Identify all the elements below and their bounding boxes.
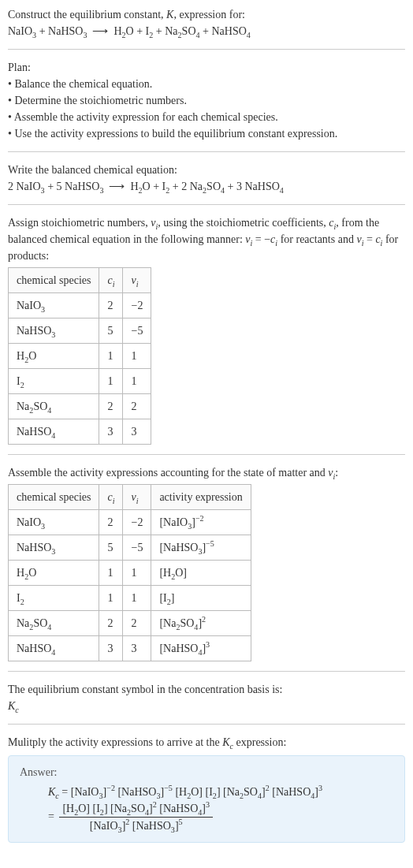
equals-sign: =	[48, 810, 54, 822]
col-ci: ci	[99, 485, 123, 510]
answer-fraction-line: = [H2O] [I2] [Na2SO4]2 [NaHSO4]3 [NaIO3]…	[20, 800, 393, 834]
plan-item: • Determine the stoichiometric numbers.	[8, 92, 405, 109]
symbol-section: The equilibrium constant symbol in the c…	[8, 681, 405, 725]
table-row: NaHSO35−5[NaHSO3]−5	[9, 535, 251, 561]
answer-expression: Kc = [NaIO3]−2 [NaHSO3]−5 [H2O] [I2] [Na…	[20, 784, 393, 800]
table-row: I211	[9, 369, 151, 394]
col-vi: νi	[123, 485, 151, 510]
col-species: chemical species	[9, 268, 99, 293]
balanced-label: Write the balanced chemical equation:	[8, 162, 405, 178]
table-row: NaIO32−2	[9, 293, 151, 319]
col-species: chemical species	[9, 485, 99, 510]
table-row: NaHSO433	[9, 419, 151, 445]
multiply-label: Mulitply the activity expressions to arr…	[8, 734, 405, 751]
answer-label: Answer:	[20, 764, 393, 780]
col-ci: ci	[99, 268, 123, 293]
stoich-section: Assign stoichiometric numbers, νi, using…	[8, 214, 405, 455]
activity-table: chemical species ci νi activity expressi…	[8, 484, 251, 661]
table-header-row: chemical species ci νi activity expressi…	[9, 485, 251, 510]
fraction-denominator: [NaIO3]2 [NaHSO3]5	[59, 818, 213, 834]
table-row: I211[I2]	[9, 586, 251, 611]
plan-item: • Assemble the activity expression for e…	[8, 109, 405, 125]
col-activity: activity expression	[151, 485, 251, 510]
plan-item: • Balance the chemical equation.	[8, 76, 405, 92]
stoich-table: chemical species ci νi NaIO32−2 NaHSO35−…	[8, 267, 151, 445]
table-row: NaHSO35−5	[9, 319, 151, 344]
table-row: Na2SO422	[9, 394, 151, 419]
answer-line1: Kc = [NaIO3]−2 [NaHSO3]−5 [H2O] [I2] [Na…	[48, 786, 322, 798]
table-header-row: chemical species ci νi	[9, 268, 151, 293]
activity-section: Assemble the activity expressions accoun…	[8, 464, 405, 672]
answer-box: Answer: Kc = [NaIO3]−2 [NaHSO3]−5 [H2O] …	[8, 755, 405, 843]
table-row: Na2SO422[Na2SO4]2	[9, 611, 251, 636]
prompt-title: Construct the equilibrium constant, K, e…	[8, 6, 405, 23]
stoich-intro: Assign stoichiometric numbers, νi, using…	[8, 214, 405, 264]
symbol-label: The equilibrium constant symbol in the c…	[8, 681, 405, 698]
answer-fraction: [H2O] [I2] [Na2SO4]2 [NaHSO4]3 [NaIO3]2 …	[59, 800, 213, 834]
col-vi: νi	[123, 268, 151, 293]
symbol-value: Kc	[8, 698, 405, 714]
table-row: H2O11	[9, 344, 151, 369]
result-section: Mulitply the activity expressions to arr…	[8, 734, 405, 852]
table-row: NaHSO433[NaHSO4]3	[9, 636, 251, 661]
table-row: NaIO32−2[NaIO3]−2	[9, 510, 251, 535]
table-row: H2O11[H2O]	[9, 561, 251, 586]
plan-item: • Use the activity expressions to build …	[8, 125, 405, 142]
plan-label: Plan:	[8, 59, 405, 76]
plan-section: Plan: • Balance the chemical equation. •…	[8, 59, 405, 152]
prompt-equation: NaIO3 + NaHSO3 ⟶ H2O + I2 + Na2SO4 + NaH…	[8, 23, 405, 39]
balanced-equation: 2 NaIO3 + 5 NaHSO3 ⟶ H2O + I2 + 2 Na2SO4…	[8, 178, 405, 195]
balanced-section: Write the balanced chemical equation: 2 …	[8, 162, 405, 205]
prompt-section: Construct the equilibrium constant, K, e…	[8, 6, 405, 50]
activity-intro: Assemble the activity expressions accoun…	[8, 464, 405, 481]
fraction-numerator: [H2O] [I2] [Na2SO4]2 [NaHSO4]3	[59, 800, 213, 818]
